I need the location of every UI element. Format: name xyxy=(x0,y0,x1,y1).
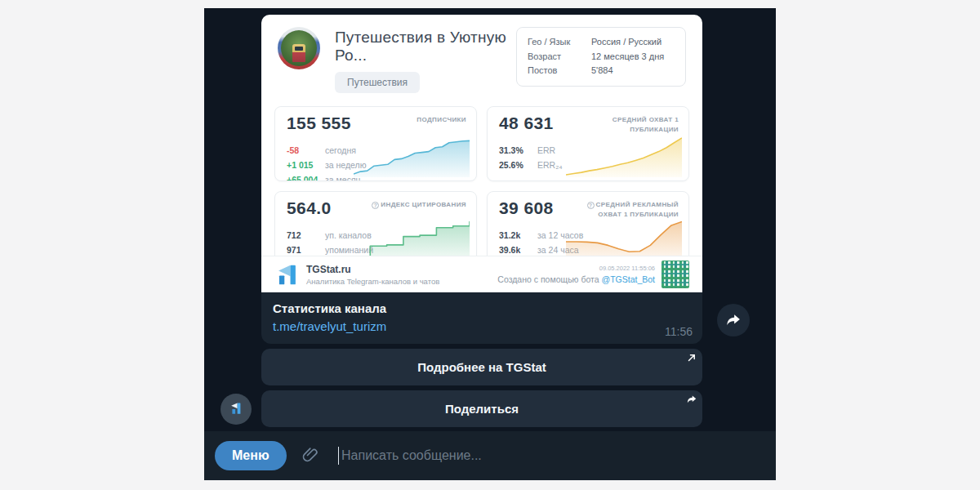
info-value: 12 месяцев 3 дня xyxy=(591,50,664,65)
avg-reach-sparkline-chart xyxy=(566,130,682,177)
info-value: 5'884 xyxy=(591,64,613,78)
stat-value: 564.0 xyxy=(287,198,332,218)
footer-brand: TGStat.ru xyxy=(306,264,439,275)
subscribers-sparkline-chart xyxy=(354,130,470,177)
stat-delta-label: сегодня xyxy=(325,144,356,158)
message-input[interactable] xyxy=(341,448,764,463)
channel-info-box: Гео / ЯзыкРоссия / Русский Возраст12 мес… xyxy=(516,27,686,87)
attach-paperclip-icon[interactable] xyxy=(301,446,320,466)
report-header: Путешествия в Уютную Ро... Путешествия Г… xyxy=(261,15,702,100)
stat-delta: -58 xyxy=(287,144,325,158)
stat-delta: 31.3% xyxy=(499,144,537,158)
message-composer: Меню xyxy=(204,431,776,480)
stat-card-avg-reach: 48 631 СРЕДНИЙ ОХВАТ 1 ПУБЛИКАЦИИ 31.3%E… xyxy=(487,106,689,181)
message-title: Статистика канала xyxy=(273,300,691,318)
message-time: 11:56 xyxy=(665,325,693,338)
info-label: Гео / Язык xyxy=(528,35,591,50)
bot-message-group: Путешествия в Уютную Ро... Путешествия Г… xyxy=(261,15,702,427)
stat-label: ?ИНДЕКС ЦИТИРОВАНИЯ xyxy=(372,200,466,210)
stat-delta-label: ERR xyxy=(537,144,555,158)
stat-delta: 712 xyxy=(287,229,325,243)
stat-value: 39 608 xyxy=(499,198,554,218)
stat-label-text: ИНДЕКС ЦИТИРОВАНИЯ xyxy=(381,201,466,208)
details-on-tgstat-button[interactable]: Подробнее на TGStat xyxy=(261,349,702,385)
share-icon xyxy=(687,394,697,404)
stat-delta: 31.2k xyxy=(499,229,537,243)
stat-card-subscribers: 155 555 ПОДПИСЧИКИ -58сегодня +1 015за н… xyxy=(274,106,477,181)
help-icon: ? xyxy=(587,202,595,209)
info-label: Возраст xyxy=(528,50,591,65)
info-label: Постов xyxy=(528,64,591,78)
message-caption-bubble: Статистика канала t.me/travelyut_turizm … xyxy=(261,292,702,344)
help-icon: ? xyxy=(372,202,379,209)
menu-button[interactable]: Меню xyxy=(215,441,287,470)
telegram-chat-panel: Путешествия в Уютную Ро... Путешествия Г… xyxy=(204,8,776,480)
stat-label: ПОДПИСЧИКИ xyxy=(416,115,466,125)
stat-delta: +1 015 xyxy=(287,158,325,173)
info-value: Россия / Русский xyxy=(591,35,662,50)
share-button-label: Поделиться xyxy=(445,402,519,416)
bot-avatar[interactable] xyxy=(220,394,252,425)
stat-value: 155 555 xyxy=(287,114,351,133)
stat-delta-label: ERR₂₄ xyxy=(537,158,563,173)
channel-title: Путешествия в Уютную Ро... xyxy=(335,29,516,65)
footer-subtitle: Аналитика Telegram-каналов и чатов xyxy=(306,277,439,286)
channel-category-tag: Путешествия xyxy=(335,72,420,93)
channel-avatar xyxy=(278,27,320,69)
report-footer: TGStat.ru Аналитика Telegram-каналов и ч… xyxy=(261,256,702,292)
stat-delta: 25.6% xyxy=(499,158,537,173)
external-link-icon xyxy=(687,353,697,363)
channel-link[interactable]: t.me/travelyut_turizm xyxy=(273,318,386,336)
stat-value: 48 631 xyxy=(499,114,554,133)
tgstat-report-image[interactable]: Путешествия в Уютную Ро... Путешествия Г… xyxy=(261,15,702,292)
bot-link: @TGStat_Bot xyxy=(601,274,655,284)
tram-graphic xyxy=(292,44,305,62)
created-with-text: Создано с помощью бота xyxy=(497,274,599,284)
qr-code xyxy=(662,261,689,288)
share-button[interactable]: Поделиться xyxy=(261,390,702,427)
text-cursor xyxy=(338,447,340,465)
stat-delta: +65 004 xyxy=(287,173,325,181)
quick-share-button[interactable] xyxy=(717,304,750,336)
tgstat-bot-logo-icon xyxy=(228,401,244,417)
tgstat-logo-icon xyxy=(274,263,299,287)
details-button-label: Подробнее на TGStat xyxy=(417,360,546,374)
report-timestamp: 09.05.2022 11:55:06 xyxy=(497,265,655,272)
share-icon xyxy=(726,314,741,327)
stats-grid: 155 555 ПОДПИСЧИКИ -58сегодня +1 015за н… xyxy=(261,100,702,266)
